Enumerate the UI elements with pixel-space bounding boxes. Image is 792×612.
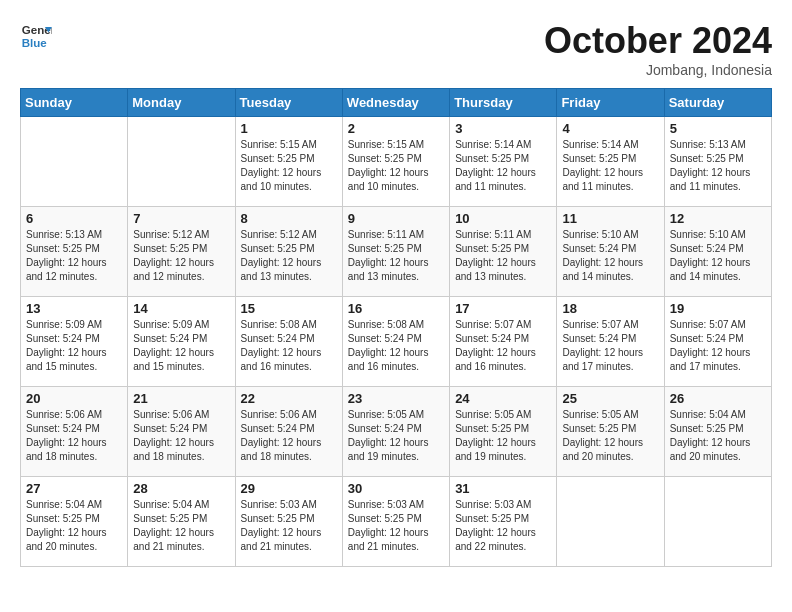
sunset-label: Sunset: 5:25 PM xyxy=(133,513,207,524)
calendar-cell: 19 Sunrise: 5:07 AM Sunset: 5:24 PM Dayl… xyxy=(664,297,771,387)
calendar-cell: 31 Sunrise: 5:03 AM Sunset: 5:25 PM Dayl… xyxy=(450,477,557,567)
sunrise-label: Sunrise: 5:05 AM xyxy=(348,409,424,420)
location-subtitle: Jombang, Indonesia xyxy=(544,62,772,78)
sunrise-label: Sunrise: 5:05 AM xyxy=(455,409,531,420)
sunrise-label: Sunrise: 5:06 AM xyxy=(26,409,102,420)
calendar-cell: 22 Sunrise: 5:06 AM Sunset: 5:24 PM Dayl… xyxy=(235,387,342,477)
calendar-cell: 29 Sunrise: 5:03 AM Sunset: 5:25 PM Dayl… xyxy=(235,477,342,567)
sunset-label: Sunset: 5:25 PM xyxy=(670,153,744,164)
sunset-label: Sunset: 5:25 PM xyxy=(241,153,315,164)
day-number: 26 xyxy=(670,391,766,406)
day-info: Sunrise: 5:12 AM Sunset: 5:25 PM Dayligh… xyxy=(241,228,337,284)
day-info: Sunrise: 5:07 AM Sunset: 5:24 PM Dayligh… xyxy=(455,318,551,374)
daylight-label: Daylight: 12 hours and 21 minutes. xyxy=(241,527,322,552)
day-number: 24 xyxy=(455,391,551,406)
calendar-cell: 9 Sunrise: 5:11 AM Sunset: 5:25 PM Dayli… xyxy=(342,207,449,297)
day-number: 14 xyxy=(133,301,229,316)
calendar-cell: 23 Sunrise: 5:05 AM Sunset: 5:24 PM Dayl… xyxy=(342,387,449,477)
sunset-label: Sunset: 5:24 PM xyxy=(133,423,207,434)
daylight-label: Daylight: 12 hours and 13 minutes. xyxy=(348,257,429,282)
calendar-cell: 11 Sunrise: 5:10 AM Sunset: 5:24 PM Dayl… xyxy=(557,207,664,297)
calendar-cell: 8 Sunrise: 5:12 AM Sunset: 5:25 PM Dayli… xyxy=(235,207,342,297)
day-info: Sunrise: 5:13 AM Sunset: 5:25 PM Dayligh… xyxy=(670,138,766,194)
sunrise-label: Sunrise: 5:12 AM xyxy=(133,229,209,240)
calendar-week-row: 1 Sunrise: 5:15 AM Sunset: 5:25 PM Dayli… xyxy=(21,117,772,207)
day-info: Sunrise: 5:14 AM Sunset: 5:25 PM Dayligh… xyxy=(562,138,658,194)
calendar-cell: 28 Sunrise: 5:04 AM Sunset: 5:25 PM Dayl… xyxy=(128,477,235,567)
day-info: Sunrise: 5:03 AM Sunset: 5:25 PM Dayligh… xyxy=(455,498,551,554)
daylight-label: Daylight: 12 hours and 10 minutes. xyxy=(241,167,322,192)
day-number: 4 xyxy=(562,121,658,136)
day-info: Sunrise: 5:03 AM Sunset: 5:25 PM Dayligh… xyxy=(241,498,337,554)
calendar-cell xyxy=(21,117,128,207)
weekday-header-cell: Sunday xyxy=(21,89,128,117)
sunrise-label: Sunrise: 5:04 AM xyxy=(670,409,746,420)
sunrise-label: Sunrise: 5:11 AM xyxy=(348,229,424,240)
sunrise-label: Sunrise: 5:03 AM xyxy=(348,499,424,510)
sunrise-label: Sunrise: 5:08 AM xyxy=(241,319,317,330)
sunrise-label: Sunrise: 5:13 AM xyxy=(670,139,746,150)
sunrise-label: Sunrise: 5:03 AM xyxy=(455,499,531,510)
sunrise-label: Sunrise: 5:07 AM xyxy=(562,319,638,330)
calendar-week-row: 13 Sunrise: 5:09 AM Sunset: 5:24 PM Dayl… xyxy=(21,297,772,387)
daylight-label: Daylight: 12 hours and 12 minutes. xyxy=(26,257,107,282)
calendar-cell: 14 Sunrise: 5:09 AM Sunset: 5:24 PM Dayl… xyxy=(128,297,235,387)
sunset-label: Sunset: 5:24 PM xyxy=(133,333,207,344)
sunrise-label: Sunrise: 5:04 AM xyxy=(26,499,102,510)
sunset-label: Sunset: 5:24 PM xyxy=(241,423,315,434)
weekday-header-cell: Tuesday xyxy=(235,89,342,117)
weekday-header-cell: Thursday xyxy=(450,89,557,117)
logo-icon: General Blue xyxy=(20,20,52,52)
sunrise-label: Sunrise: 5:06 AM xyxy=(133,409,209,420)
sunrise-label: Sunrise: 5:08 AM xyxy=(348,319,424,330)
sunset-label: Sunset: 5:24 PM xyxy=(26,423,100,434)
calendar-cell: 26 Sunrise: 5:04 AM Sunset: 5:25 PM Dayl… xyxy=(664,387,771,477)
daylight-label: Daylight: 12 hours and 17 minutes. xyxy=(670,347,751,372)
calendar-cell: 25 Sunrise: 5:05 AM Sunset: 5:25 PM Dayl… xyxy=(557,387,664,477)
day-info: Sunrise: 5:06 AM Sunset: 5:24 PM Dayligh… xyxy=(26,408,122,464)
daylight-label: Daylight: 12 hours and 11 minutes. xyxy=(562,167,643,192)
sunset-label: Sunset: 5:24 PM xyxy=(562,243,636,254)
day-number: 19 xyxy=(670,301,766,316)
calendar-cell: 4 Sunrise: 5:14 AM Sunset: 5:25 PM Dayli… xyxy=(557,117,664,207)
daylight-label: Daylight: 12 hours and 14 minutes. xyxy=(562,257,643,282)
calendar-table: SundayMondayTuesdayWednesdayThursdayFrid… xyxy=(20,88,772,567)
sunset-label: Sunset: 5:25 PM xyxy=(26,513,100,524)
sunset-label: Sunset: 5:24 PM xyxy=(26,333,100,344)
day-number: 10 xyxy=(455,211,551,226)
daylight-label: Daylight: 12 hours and 20 minutes. xyxy=(562,437,643,462)
sunrise-label: Sunrise: 5:10 AM xyxy=(562,229,638,240)
weekday-header-cell: Monday xyxy=(128,89,235,117)
day-info: Sunrise: 5:09 AM Sunset: 5:24 PM Dayligh… xyxy=(26,318,122,374)
calendar-cell: 30 Sunrise: 5:03 AM Sunset: 5:25 PM Dayl… xyxy=(342,477,449,567)
calendar-cell xyxy=(128,117,235,207)
calendar-cell xyxy=(664,477,771,567)
sunrise-label: Sunrise: 5:10 AM xyxy=(670,229,746,240)
day-info: Sunrise: 5:11 AM Sunset: 5:25 PM Dayligh… xyxy=(348,228,444,284)
day-info: Sunrise: 5:03 AM Sunset: 5:25 PM Dayligh… xyxy=(348,498,444,554)
daylight-label: Daylight: 12 hours and 16 minutes. xyxy=(348,347,429,372)
day-number: 22 xyxy=(241,391,337,406)
day-number: 21 xyxy=(133,391,229,406)
sunset-label: Sunset: 5:25 PM xyxy=(562,153,636,164)
calendar-cell: 16 Sunrise: 5:08 AM Sunset: 5:24 PM Dayl… xyxy=(342,297,449,387)
calendar-cell: 3 Sunrise: 5:14 AM Sunset: 5:25 PM Dayli… xyxy=(450,117,557,207)
sunset-label: Sunset: 5:25 PM xyxy=(455,153,529,164)
daylight-label: Daylight: 12 hours and 12 minutes. xyxy=(133,257,214,282)
day-number: 2 xyxy=(348,121,444,136)
daylight-label: Daylight: 12 hours and 11 minutes. xyxy=(670,167,751,192)
sunset-label: Sunset: 5:25 PM xyxy=(348,153,422,164)
day-info: Sunrise: 5:04 AM Sunset: 5:25 PM Dayligh… xyxy=(26,498,122,554)
day-number: 13 xyxy=(26,301,122,316)
sunset-label: Sunset: 5:24 PM xyxy=(455,333,529,344)
sunset-label: Sunset: 5:25 PM xyxy=(241,243,315,254)
daylight-label: Daylight: 12 hours and 20 minutes. xyxy=(670,437,751,462)
sunrise-label: Sunrise: 5:12 AM xyxy=(241,229,317,240)
day-number: 27 xyxy=(26,481,122,496)
daylight-label: Daylight: 12 hours and 17 minutes. xyxy=(562,347,643,372)
day-info: Sunrise: 5:15 AM Sunset: 5:25 PM Dayligh… xyxy=(348,138,444,194)
sunrise-label: Sunrise: 5:15 AM xyxy=(348,139,424,150)
day-number: 6 xyxy=(26,211,122,226)
calendar-cell: 13 Sunrise: 5:09 AM Sunset: 5:24 PM Dayl… xyxy=(21,297,128,387)
sunset-label: Sunset: 5:24 PM xyxy=(241,333,315,344)
